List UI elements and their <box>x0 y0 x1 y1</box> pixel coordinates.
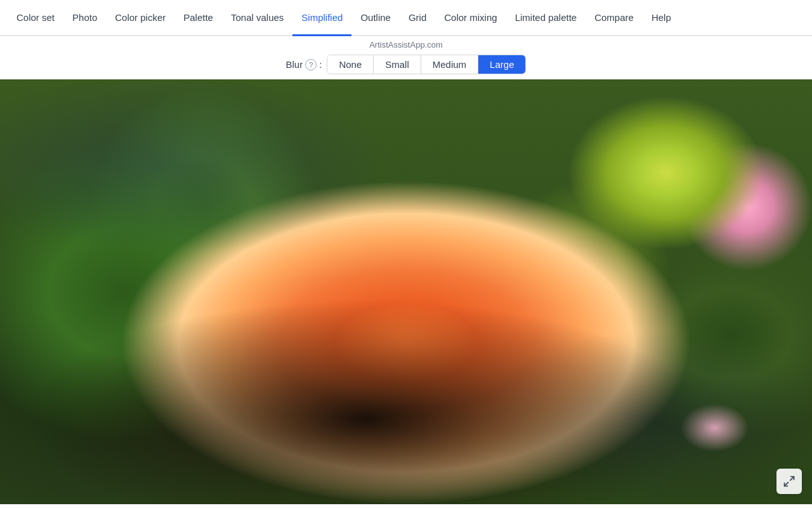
nav-item-color-mixing[interactable]: Color mixing <box>435 0 506 36</box>
nav-item-color-set[interactable]: Color set <box>8 0 63 36</box>
blur-btn-medium[interactable]: Medium <box>421 55 478 74</box>
blur-help-icon[interactable]: ? <box>305 59 317 70</box>
blur-btn-large[interactable]: Large <box>478 55 525 74</box>
navbar: Color setPhotoColor pickerPaletteTonal v… <box>0 0 812 36</box>
subtitle-bar: ArtistAssistApp.com <box>0 36 812 52</box>
blur-btn-none[interactable]: None <box>327 55 374 74</box>
svg-line-0 <box>790 477 794 481</box>
blur-controls: Blur ? : NoneSmallMediumLarge <box>0 52 812 79</box>
nav-item-grid[interactable]: Grid <box>400 0 435 36</box>
nav-item-outline[interactable]: Outline <box>351 0 400 36</box>
fullscreen-icon <box>783 475 796 488</box>
app-subtitle: ArtistAssistApp.com <box>369 40 443 50</box>
nav-item-color-picker[interactable]: Color picker <box>106 0 174 36</box>
nav-item-palette[interactable]: Palette <box>174 0 222 36</box>
simplified-image <box>0 79 812 504</box>
nav-item-compare[interactable]: Compare <box>586 0 643 36</box>
main-image-area <box>0 79 812 504</box>
nav-item-help[interactable]: Help <box>643 0 680 36</box>
nav-item-tonal-values[interactable]: Tonal values <box>222 0 292 36</box>
nav-item-photo[interactable]: Photo <box>63 0 106 36</box>
nav-item-simplified[interactable]: Simplified <box>292 0 351 36</box>
svg-line-1 <box>785 483 789 486</box>
blur-button-group: NoneSmallMediumLarge <box>327 55 526 74</box>
nav-item-limited-palette[interactable]: Limited palette <box>506 0 586 36</box>
blur-label: Blur ? : <box>286 59 322 70</box>
blur-btn-small[interactable]: Small <box>374 55 421 74</box>
fullscreen-button[interactable] <box>776 469 802 494</box>
